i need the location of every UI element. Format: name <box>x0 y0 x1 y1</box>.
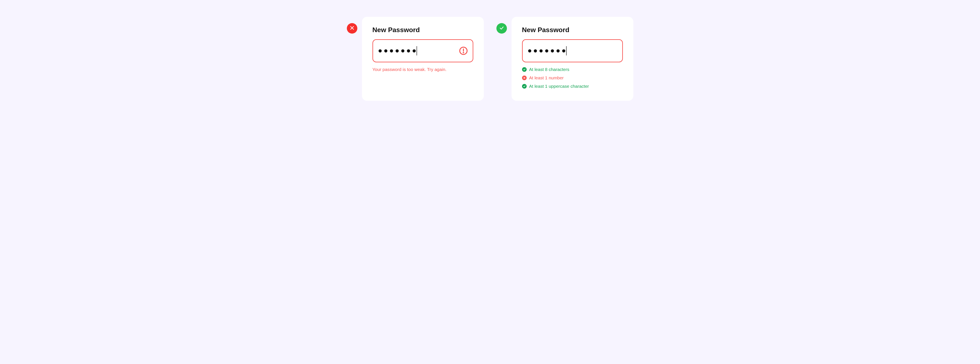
text-caret <box>566 46 566 55</box>
password-dot <box>396 49 399 52</box>
cross-circle-icon <box>522 76 527 80</box>
card-heading: New Password <box>522 26 623 34</box>
check-circle-icon <box>522 84 527 89</box>
bad-password-card: New Password Your password is too weak. … <box>362 17 484 101</box>
criteria-row: At least 1 number <box>522 75 623 81</box>
criteria-label: At least 8 characters <box>529 67 569 72</box>
password-dots-bad <box>379 49 416 52</box>
password-dot <box>539 49 542 52</box>
criteria-row: At least 8 characters <box>522 67 623 72</box>
password-dot <box>557 49 560 52</box>
cross-badge <box>347 23 357 33</box>
password-dot <box>401 49 404 52</box>
password-dot <box>413 49 416 52</box>
password-input[interactable] <box>372 39 473 62</box>
alert-circle-icon <box>459 46 468 55</box>
password-criteria-list: At least 8 characters At least 1 number <box>522 67 623 89</box>
criteria-row: At least 1 uppercase character <box>522 84 623 89</box>
password-dot <box>534 49 537 52</box>
password-dot <box>562 49 565 52</box>
check-icon <box>499 25 504 31</box>
password-dot <box>551 49 554 52</box>
criteria-label: At least 1 uppercase character <box>529 84 589 89</box>
cross-icon <box>350 25 355 31</box>
good-password-card: New Password At least 8 characters <box>512 17 633 101</box>
password-dot <box>384 49 387 52</box>
password-dot <box>528 49 531 52</box>
bad-example: New Password Your password is too weak. … <box>347 17 484 101</box>
error-message: Your password is too weak. Try again. <box>372 67 473 72</box>
check-badge <box>496 23 507 33</box>
password-dot <box>379 49 382 52</box>
svg-point-4 <box>463 52 463 53</box>
text-caret <box>417 46 417 55</box>
password-dot <box>545 49 548 52</box>
check-circle-icon <box>522 67 527 72</box>
card-heading: New Password <box>372 26 473 34</box>
good-example: New Password At least 8 characters <box>496 17 633 101</box>
criteria-label: At least 1 number <box>529 75 564 81</box>
password-input[interactable] <box>522 39 623 62</box>
password-dots-good <box>528 49 565 52</box>
password-dot <box>407 49 410 52</box>
password-dot <box>390 49 393 52</box>
